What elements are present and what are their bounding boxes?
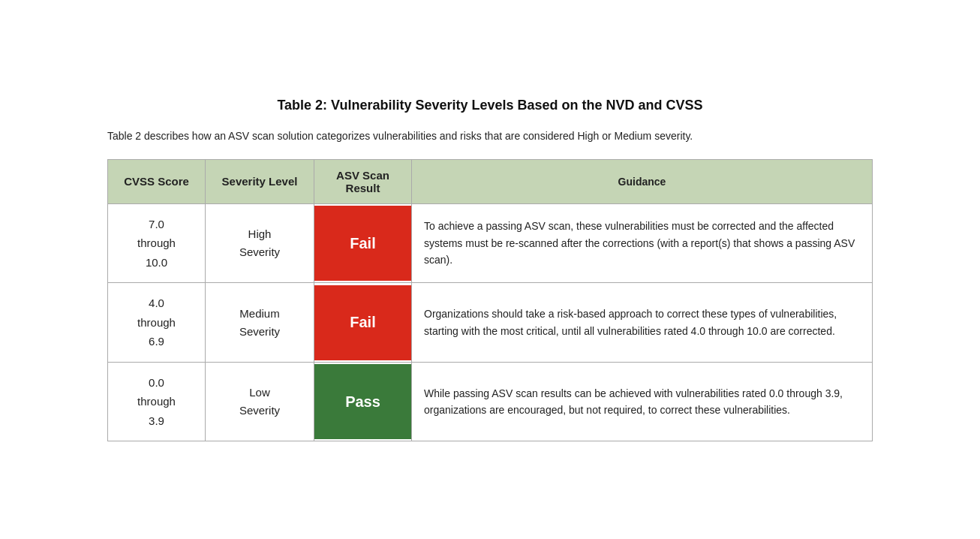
table-row: 7.0 through 10.0High SeverityFailTo achi…: [108, 203, 873, 283]
guidance-cell: While passing ASV scan results can be ac…: [412, 362, 873, 441]
severity-table: CVSS Score Severity Level ASV Scan Resul…: [107, 159, 873, 442]
header-guidance: Guidance: [412, 159, 873, 203]
asv-result-cell: Pass: [314, 362, 412, 441]
table-title: Table 2: Vulnerability Severity Levels B…: [107, 98, 873, 113]
severity-level-cell: Low Severity: [206, 362, 314, 441]
header-severity: Severity Level: [206, 159, 314, 203]
cvss-score-cell: 7.0 through 10.0: [108, 203, 206, 283]
table-row: 0.0 through 3.9Low SeverityPassWhile pas…: [108, 362, 873, 441]
table-header-row: CVSS Score Severity Level ASV Scan Resul…: [108, 159, 873, 203]
severity-level-cell: Medium Severity: [206, 283, 314, 363]
cvss-score-cell: 4.0 through 6.9: [108, 283, 206, 363]
page-container: Table 2: Vulnerability Severity Levels B…: [77, 75, 903, 465]
severity-level-cell: High Severity: [206, 203, 314, 283]
guidance-cell: To achieve a passing ASV scan, these vul…: [412, 203, 873, 283]
asv-result-cell: Fail: [314, 203, 412, 283]
header-cvss: CVSS Score: [108, 159, 206, 203]
table-row: 4.0 through 6.9Medium SeverityFailOrgani…: [108, 283, 873, 363]
result-badge-fail: Fail: [314, 206, 411, 281]
guidance-cell: Organizations should take a risk-based a…: [412, 283, 873, 363]
table-description: Table 2 describes how an ASV scan soluti…: [107, 128, 873, 144]
asv-result-cell: Fail: [314, 283, 412, 363]
header-asv: ASV Scan Result: [314, 159, 412, 203]
cvss-score-cell: 0.0 through 3.9: [108, 362, 206, 441]
result-badge-pass: Pass: [314, 364, 411, 439]
result-badge-fail: Fail: [314, 285, 411, 360]
